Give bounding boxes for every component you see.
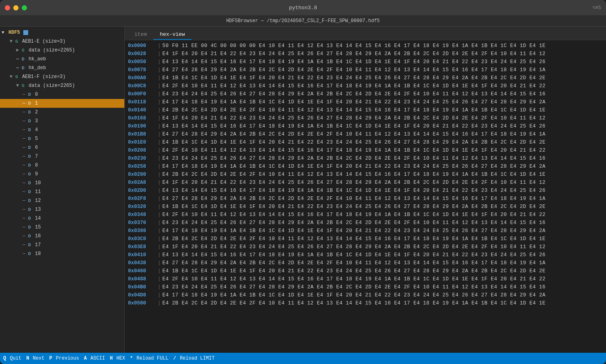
status-label-reload-full: Reload FULL — [134, 356, 168, 361]
hex-address: 0x0078 — [128, 66, 156, 74]
group-icon-aeb1e: G — [15, 39, 21, 44]
minimize-button[interactable] — [13, 5, 19, 10]
hex-row: 0x0190 | E4 13 E4 14 E4 15 E4 16 E4 17 E… — [128, 122, 603, 130]
sidebar-item-d14[interactable]: —D14 — [0, 214, 124, 223]
title-bar: python3.8 ⌥⌘5 — [0, 0, 606, 15]
sidebar-item-d17[interactable]: —D17 — [0, 241, 124, 249]
hex-bytes: E4 27 E4 28 E4 29 E4 2A E4 2B E4 2C E4 2… — [163, 66, 546, 74]
tab-item[interactable]: item — [128, 30, 153, 40]
sidebar-item-aeb1f[interactable]: ▼ G AEB1-F (size=3) — [0, 72, 124, 81]
hex-row: 0x0438 | E4 27 E4 28 E4 29 E4 2A E4 2B E… — [128, 259, 603, 267]
hex-content[interactable]: 0x0000 | 50 F0 11 EE 00 4C 00 00 00 00 E… — [125, 40, 606, 353]
sidebar-item-d7[interactable]: —D7 — [0, 152, 124, 161]
label-d1: 1 — [35, 101, 38, 106]
file-path: HDF5Browser — /tmp/20240507_CSL2_F-FEE_S… — [226, 18, 380, 24]
sidebar-item-d3[interactable]: —D3 — [0, 117, 124, 125]
label-d4: 4 — [35, 127, 38, 133]
sidebar-item-hk-deb[interactable]: — D hk_deb — [0, 64, 124, 72]
hex-address: 0x0320 — [128, 203, 156, 211]
sidebar-item-d5[interactable]: —D5 — [0, 134, 124, 143]
hex-bytes: E4 13 E4 14 E4 15 E4 16 E4 17 E4 18 E4 1… — [163, 187, 546, 195]
hex-address: 0x0500 — [128, 299, 156, 307]
hex-bytes: E4 1B E4 1C E4 1D E4 1E E4 1F E4 20 E4 2… — [163, 267, 546, 275]
group-icon-data-aeb1f: G — [22, 83, 27, 88]
sidebar-item-hk-aeb[interactable]: — D hk_aeb — [0, 55, 124, 64]
hex-address: 0x02F8 — [128, 195, 156, 203]
hex-bytes: E4 2B E4 2C E4 2D E4 2E E4 2F E4 10 E4 1… — [163, 235, 546, 243]
sidebar-item-aeb1e[interactable]: ▼ G AEB1-E (size=3) — [0, 37, 124, 46]
hex-row: 0x01E0 | E4 1B E4 1C E4 1D E4 1E E4 1F E… — [128, 138, 603, 146]
sidebar-item-d12[interactable]: —D12 — [0, 196, 124, 205]
hex-row: 0x0118 | E4 17 E4 18 E4 19 E4 1A E4 1B E… — [128, 98, 603, 106]
maximize-button[interactable] — [22, 5, 27, 10]
subtitle-bar: HDF5Browser — /tmp/20240507_CSL2_F-FEE_S… — [0, 15, 606, 27]
hex-row: 0x0028 | E4 1F E4 20 E4 21 E4 22 E4 23 E… — [128, 50, 603, 58]
status-label-hex: HEX — [113, 356, 125, 361]
label-d10: 10 — [35, 180, 41, 186]
sidebar-item-d16[interactable]: —D16 — [0, 232, 124, 241]
label-hk-deb: hk_deb — [29, 65, 46, 71]
hex-address: 0x0190 — [128, 122, 156, 130]
hex-address: 0x02A8 — [128, 179, 156, 187]
hex-row: 0x03C0 | E4 2B E4 2C E4 2D E4 2E E4 2F E… — [128, 235, 603, 243]
tabs-bar: item hex-view — [125, 27, 606, 40]
close-button[interactable] — [5, 5, 10, 10]
hex-row: 0x0000 | 50 F0 11 EE 00 4C 00 00 00 00 E… — [128, 42, 603, 50]
hex-bytes: E4 2B E4 2C E4 2D E4 2E E4 2F E4 10 E4 1… — [163, 171, 546, 179]
sidebar-item-d11[interactable]: —D11 — [0, 187, 124, 196]
hex-bytes: E4 27 E4 28 E4 29 E4 2A E4 2B E4 2C E4 2… — [163, 259, 546, 267]
tab-hex-view[interactable]: hex-view — [153, 30, 191, 40]
hex-address: 0x0280 — [128, 171, 156, 179]
status-key-slash[interactable]: / — [173, 356, 176, 361]
status-label-next: Next — [30, 356, 44, 361]
main-window: python3.8 ⌥⌘5 HDF5Browser — /tmp/2024050… — [0, 0, 606, 364]
hex-row: 0x04B0 | E4 23 E4 24 E4 25 E4 26 E4 27 E… — [128, 283, 603, 291]
hex-address: 0x0230 — [128, 154, 156, 162]
hex-row: 0x0168 | E4 1F E4 20 E4 21 E4 22 E4 23 E… — [128, 114, 603, 122]
status-key-n[interactable]: N — [26, 356, 29, 361]
status-label-quit: Quit — [7, 356, 21, 361]
hex-bytes: E4 17 E4 18 E4 19 E4 1A E4 1B E4 1C E4 1… — [163, 98, 546, 106]
hex-bytes: E4 17 E4 18 E4 19 E4 1A E4 1B E4 1C E4 1… — [163, 227, 546, 235]
sidebar-item-data-aeb1f[interactable]: ▼ G data (size=2265) — [0, 81, 124, 90]
dataset-icon-d1: D — [28, 101, 34, 106]
hex-row: 0x02A8 | E4 1F E4 20 E4 21 E4 22 E4 23 E… — [128, 179, 603, 187]
status-bar: Q Quit N Next P Previous A ASCII H HEX *… — [0, 353, 606, 364]
hex-bytes: E4 2B E4 2C E4 2D E4 2E E4 2F E4 10 E4 1… — [163, 106, 546, 114]
hex-row: 0x03E8 | E4 1F E4 20 E4 21 E4 22 E4 23 E… — [128, 243, 603, 251]
status-key-p[interactable]: P — [49, 356, 52, 361]
sidebar-item-d18[interactable]: —D18 — [0, 249, 124, 258]
hex-row: 0x02F8 | E4 27 E4 28 E4 29 E4 2A E4 2B E… — [128, 195, 603, 203]
sidebar-item-d13[interactable]: —D13 — [0, 205, 124, 214]
status-key-h[interactable]: H — [110, 356, 113, 361]
label-d3: 3 — [35, 118, 38, 124]
sidebar-item-d2[interactable]: —D2 — [0, 108, 124, 117]
sidebar-item-d0[interactable]: — D 0 — [0, 90, 124, 99]
sidebar-item-d8[interactable]: —D8 — [0, 161, 124, 170]
hex-bytes: E4 2F E4 10 E4 11 E4 12 E4 13 E4 14 E4 1… — [163, 275, 546, 283]
sidebar-item-d9[interactable]: —D9 — [0, 170, 124, 179]
sidebar-item-d6[interactable]: —D6 — [0, 143, 124, 152]
label-d16: 16 — [35, 233, 41, 239]
hex-row: 0x02D0 | E4 13 E4 14 E4 15 E4 16 E4 17 E… — [128, 187, 603, 195]
content-area: item hex-view 0x0000 | 50 F0 11 EE 00 4C… — [125, 27, 606, 353]
hex-bytes: E4 1B E4 1C E4 1D E4 1E E4 1F E4 20 E4 2… — [163, 203, 546, 211]
sidebar-item-d4[interactable]: —D4 — [0, 125, 124, 134]
hex-bytes: E4 27 E4 28 E4 29 E4 2A E4 2B E4 2C E4 2… — [163, 130, 546, 138]
group-icon-aeb1f: G — [15, 74, 21, 79]
hex-bytes: E4 13 E4 14 E4 15 E4 16 E4 17 E4 18 E4 1… — [163, 122, 546, 130]
sidebar[interactable]: ▼ HDF5 ▼ G AEB1-E (size=3) ► G data (siz… — [0, 27, 125, 353]
label-d14: 14 — [35, 216, 41, 221]
status-key-a[interactable]: A — [84, 356, 87, 361]
traffic-lights — [5, 5, 27, 10]
sidebar-item-d15[interactable]: —D15 — [0, 223, 124, 232]
sidebar-item-d1[interactable]: — D 1 — [0, 99, 124, 108]
status-key-q[interactable]: Q — [3, 356, 6, 361]
hex-address: 0x01B8 — [128, 130, 156, 138]
sidebar-item-data-aeb1e[interactable]: ► G data (size=2265) — [0, 46, 124, 55]
sidebar-item-hdf5[interactable]: ▼ HDF5 — [0, 28, 124, 37]
hex-address: 0x00A0 — [128, 74, 156, 82]
hex-row: 0x0230 | E4 23 E4 24 E4 25 E4 26 E4 27 E… — [128, 154, 603, 162]
sidebar-item-d10[interactable]: —D10 — [0, 179, 124, 187]
status-key-star[interactable]: * — [130, 356, 133, 361]
